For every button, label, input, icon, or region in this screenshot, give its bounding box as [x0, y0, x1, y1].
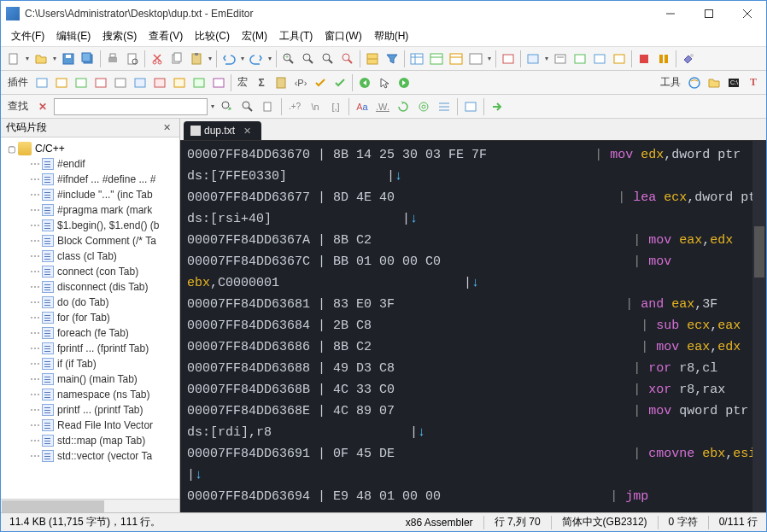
find-go-icon[interactable] [488, 97, 506, 116]
editor-vscrollbar[interactable] [752, 141, 766, 512]
find-input[interactable] [54, 98, 208, 115]
wrap-window-icon[interactable] [524, 50, 542, 68]
plugin-7-icon[interactable] [150, 73, 169, 92]
wrap-drop[interactable]: ▾ [543, 50, 550, 68]
explorer-icon[interactable] [705, 73, 723, 92]
find-case-icon[interactable]: Aa [353, 97, 372, 116]
menu-macro[interactable]: 宏(M) [237, 27, 272, 45]
plugin-10-icon[interactable] [209, 73, 228, 92]
plugin-2-icon[interactable] [52, 73, 71, 92]
snippet-item[interactable]: ⋯#ifndef ... #define ... # [18, 172, 179, 187]
snippet-item[interactable]: ⋯Block Comment (/* Ta [18, 233, 179, 248]
plugin-1-icon[interactable] [32, 73, 51, 92]
new-file-icon[interactable] [4, 50, 23, 68]
snippet-item[interactable]: ⋯Read File Into Vector [18, 418, 179, 433]
menu-compare[interactable]: 比较(C) [190, 27, 235, 45]
menu-search[interactable]: 搜索(S) [97, 27, 142, 45]
editor-line[interactable]: 00007FF84DD63681 | 83 E0 3F | and eax,3F… [187, 294, 746, 315]
snippet-item[interactable]: ⋯std::vector (vector Ta [18, 448, 179, 464]
snippet-item[interactable]: ⋯namespace (ns Tab) [18, 387, 179, 402]
plugin-6-icon[interactable] [131, 73, 149, 92]
run-macro-icon[interactable] [654, 50, 673, 68]
minimize-button[interactable] [651, 1, 689, 26]
plugin-3-icon[interactable] [72, 73, 91, 92]
editor-line[interactable]: 00007FF84DD63670 | 8B 14 25 30 03 FE 7F … [187, 144, 746, 166]
mode-drop[interactable]: ▾ [486, 50, 493, 68]
properties-icon[interactable] [610, 50, 629, 68]
status-lang[interactable]: x86 Assembler [402, 517, 477, 529]
redo-drop[interactable]: ▾ [266, 50, 273, 68]
new-drop[interactable]: ▾ [24, 50, 31, 68]
cell-mode-icon[interactable] [363, 50, 382, 68]
find-highlight-icon[interactable] [435, 97, 454, 116]
editor[interactable]: 00007FF84DD63670 | 8B 14 25 30 03 FE 7F … [180, 141, 752, 512]
snippet-item[interactable]: ⋯#endif [18, 156, 179, 172]
snippet-item[interactable]: ⋯main() (main Tab) [18, 371, 179, 387]
print-icon[interactable] [103, 50, 122, 68]
csv-mode-icon[interactable] [407, 50, 426, 68]
menu-help[interactable]: 帮助(H) [369, 27, 414, 45]
find-bookmark-icon[interactable] [461, 97, 480, 116]
find-incremental-icon[interactable] [414, 97, 433, 116]
record-macro-icon[interactable] [635, 50, 653, 68]
copy-icon[interactable] [167, 50, 186, 68]
tab-dup[interactable]: dup.txt ✕ [184, 121, 261, 140]
wrap-none-icon[interactable] [499, 50, 518, 68]
editor-line[interactable]: |↓ [187, 465, 746, 486]
plugin-5-icon[interactable] [111, 73, 130, 92]
editor-line[interactable]: 00007FF84DD63694 | E9 48 01 00 00 | jmp [187, 486, 746, 507]
editor-line[interactable]: 00007FF84DD6367A | 8B C2 | mov eax,edx |… [187, 230, 746, 251]
snippet-item[interactable]: ⋯#pragma mark (mark [18, 202, 179, 218]
editor-line[interactable]: ds:[7FFE0330] |↓ [187, 166, 746, 187]
menu-window[interactable]: 窗口(W) [319, 27, 366, 45]
outline-icon[interactable] [551, 50, 570, 68]
find-next-icon[interactable] [238, 97, 257, 116]
tsv-mode-icon[interactable] [427, 50, 446, 68]
plugin-4-icon[interactable] [91, 73, 110, 92]
editor-line[interactable]: 00007FF84DD6368E | 4C 89 07 | mov qword … [187, 400, 746, 422]
find-escape-icon[interactable]: \n [306, 97, 325, 116]
snippet-item[interactable]: ⋯for (for Tab) [18, 310, 179, 325]
editor-line[interactable]: 00007FF84DD6368B | 4C 33 C0 | xor r8,rax… [187, 379, 746, 400]
menu-tools[interactable]: 工具(T) [274, 27, 318, 45]
filter-icon[interactable] [383, 50, 401, 68]
undo-icon[interactable] [220, 50, 238, 68]
menu-edit[interactable]: 编辑(E) [51, 27, 96, 45]
save-icon[interactable] [59, 50, 78, 68]
paste-drop[interactable]: ▾ [207, 50, 214, 68]
plugin-8-icon[interactable] [170, 73, 189, 92]
menu-file[interactable]: 文件(F) [6, 27, 50, 45]
minimap-icon[interactable] [590, 50, 609, 68]
open-drop[interactable]: ▾ [51, 50, 58, 68]
editor-line[interactable]: ds:[rsi+40] |↓ [187, 208, 746, 230]
redo-icon[interactable] [247, 50, 266, 68]
tab-close-icon[interactable]: ✕ [243, 126, 251, 137]
editor-line[interactable]: 00007FF84DD63691 | 0F 45 DE | cmovne ebx… [187, 443, 746, 465]
paste-icon[interactable] [187, 50, 206, 68]
ie-icon[interactable] [685, 73, 704, 92]
editor-line[interactable]: 00007FF84DD63686 | 8B C2 | mov eax,edx |… [187, 336, 746, 358]
tree-root[interactable]: ▢ C/C++ [1, 141, 179, 156]
snippet-tree[interactable]: ▢ C/C++ ⋯#endif⋯#ifndef ... #define ... … [1, 137, 179, 499]
font-icon[interactable]: T [744, 73, 763, 92]
editor-line[interactable]: 00007FF84DD63684 | 2B C8 | sub ecx,eax |… [187, 315, 746, 336]
editor-line[interactable]: 00007FF84DD63688 | 49 D3 C8 | ror r8,cl … [187, 358, 746, 379]
snippet-item[interactable]: ⋯disconnect (dis Tab) [18, 279, 179, 295]
zoom-in-icon[interactable]: + [279, 50, 298, 68]
large-file-icon[interactable] [571, 50, 589, 68]
sidebar-hscrollbar[interactable] [1, 499, 179, 512]
snippet-item[interactable]: ⋯std::map (map Tab) [18, 433, 179, 448]
collapse-icon[interactable]: ▢ [8, 144, 18, 154]
go-back-icon[interactable] [355, 73, 374, 92]
dsv-mode-icon[interactable] [447, 50, 465, 68]
macro-check-icon[interactable] [311, 73, 330, 92]
snippet-item[interactable]: ⋯printf ... (printf Tab) [18, 402, 179, 418]
undo-drop[interactable]: ▾ [239, 50, 246, 68]
cmd-icon[interactable]: C:\ [724, 73, 743, 92]
sigma-icon[interactable]: Σ [252, 73, 271, 92]
editor-line[interactable]: 00007FF84DD6367C | BB 01 00 00 C0 | mov [187, 251, 746, 272]
zoom-out-icon[interactable] [299, 50, 318, 68]
find-regex-icon[interactable]: .+? [285, 97, 304, 116]
snippet-item[interactable]: ⋯do (do Tab) [18, 295, 179, 310]
editor-line[interactable]: ebx,C0000001 |↓ [187, 272, 746, 294]
